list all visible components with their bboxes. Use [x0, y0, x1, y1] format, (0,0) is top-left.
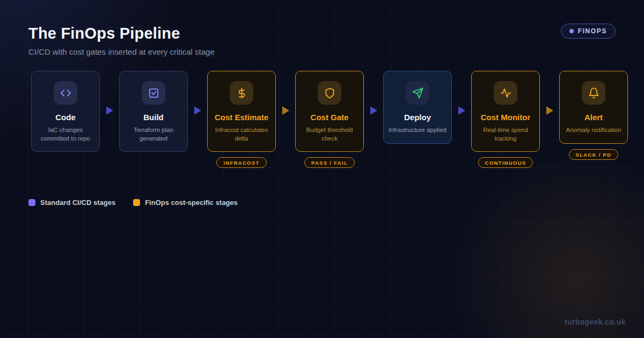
stage-title: Cost Gate — [311, 113, 349, 122]
stage-alert: AlertAnomaly notificationSLACK / PD — [559, 71, 628, 160]
stage-card-code: CodeIaC changes committed to repo — [31, 71, 100, 152]
icon-box — [582, 81, 605, 105]
page-subtitle: CI/CD with cost gates inserted at every … — [28, 47, 616, 56]
arrow-right-icon — [194, 106, 201, 115]
stage-description: IaC changes committed to repo — [36, 126, 95, 143]
page: The FinOps Pipeline CI/CD with cost gate… — [0, 0, 644, 338]
stage-build: BuildTerraform plan generated — [119, 71, 188, 152]
stage-description: Real-time spend tracking — [476, 126, 535, 143]
arrow-right-icon — [106, 106, 113, 115]
stage-code: CodeIaC changes committed to repo — [31, 71, 100, 152]
activity-icon — [500, 87, 512, 99]
stage-description: Infrastructure applied — [389, 126, 447, 135]
stage-card-cost-gate: Cost GateBudget threshold check — [295, 71, 364, 152]
icon-box — [406, 81, 429, 105]
stage-deploy: DeployInfrastructure applied — [383, 71, 452, 144]
bell-icon — [588, 87, 600, 99]
stage-description: Infracost calculates delta — [212, 126, 271, 143]
stage-title: Build — [143, 113, 164, 122]
stage-card-alert: AlertAnomaly notification — [559, 71, 628, 144]
stage-tool-badge: INFRACOST — [216, 157, 266, 168]
legend-swatch-icon — [133, 199, 140, 206]
finops-badge-label: FINOPS — [578, 27, 607, 35]
icon-box — [230, 81, 253, 105]
icon-box — [494, 81, 517, 105]
stage-tool-badge: PASS / FAIL — [304, 157, 355, 168]
stage-description: Terraform plan generated — [124, 126, 183, 143]
watermark: turbogeek.co.uk — [565, 318, 626, 326]
dollar-sign-icon — [236, 87, 248, 99]
stage-title: Cost Monitor — [481, 113, 530, 122]
icon-box — [54, 81, 77, 105]
stage-description: Budget threshold check — [300, 126, 359, 143]
page-title: The FinOps Pipeline — [28, 25, 616, 42]
legend-swatch-icon — [28, 199, 35, 206]
legend: Standard CI/CD stagesFinOps cost-specifi… — [28, 199, 644, 207]
stage-title: Code — [55, 113, 76, 122]
dot-icon — [569, 29, 574, 33]
finops-badge: FINOPS — [561, 24, 616, 39]
shield-icon — [324, 87, 336, 99]
code-icon — [60, 87, 72, 99]
stage-tool-badge: CONTINUOUS — [478, 157, 533, 168]
arrow-right-icon — [458, 106, 465, 115]
legend-label: FinOps cost-specific stages — [145, 199, 238, 207]
icon-box — [318, 81, 341, 105]
stage-card-cost-monitor: Cost MonitorReal-time spend tracking — [471, 71, 540, 152]
pipeline-diagram: CodeIaC changes committed to repoBuildTe… — [31, 71, 628, 168]
stage-tool-badge: SLACK / PD — [569, 149, 619, 160]
stage-title: Cost Estimate — [215, 113, 268, 122]
icon-box — [142, 81, 165, 105]
legend-item: FinOps cost-specific stages — [133, 199, 238, 207]
stage-card-deploy: DeployInfrastructure applied — [383, 71, 452, 144]
stage-card-build: BuildTerraform plan generated — [119, 71, 188, 152]
legend-label: Standard CI/CD stages — [40, 199, 115, 207]
stage-cost-gate: Cost GateBudget threshold checkPASS / FA… — [295, 71, 364, 168]
arrow-right-icon — [282, 106, 289, 115]
legend-item: Standard CI/CD stages — [28, 199, 115, 207]
arrow-right-icon — [370, 106, 377, 115]
stage-description: Anomaly notification — [566, 126, 621, 135]
stage-card-cost-estimate: Cost EstimateInfracost calculates delta — [207, 71, 276, 152]
header: The FinOps Pipeline CI/CD with cost gate… — [0, 0, 644, 56]
check-square-icon — [148, 87, 160, 99]
stage-cost-monitor: Cost MonitorReal-time spend trackingCONT… — [471, 71, 540, 168]
stage-title: Deploy — [404, 113, 431, 122]
send-icon — [412, 87, 424, 99]
arrow-right-icon — [546, 106, 553, 115]
stage-title: Alert — [584, 113, 603, 122]
stage-cost-estimate: Cost EstimateInfracost calculates deltaI… — [207, 71, 276, 168]
